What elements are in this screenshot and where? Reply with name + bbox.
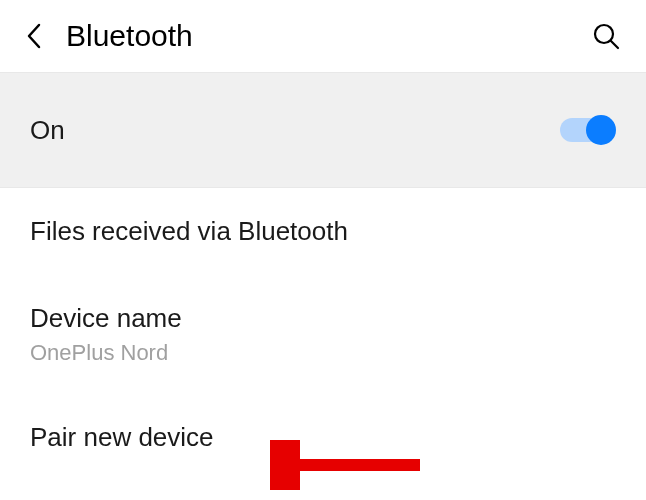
bluetooth-toggle[interactable] (560, 115, 616, 145)
page-title: Bluetooth (66, 19, 586, 53)
back-button[interactable] (14, 16, 54, 56)
pair-new-device-row[interactable]: Pair new device (0, 394, 646, 481)
search-button[interactable] (586, 16, 626, 56)
bluetooth-status-label: On (30, 115, 560, 146)
search-icon (592, 22, 620, 50)
device-name-value: OnePlus Nord (30, 340, 616, 366)
files-received-row[interactable]: Files received via Bluetooth (0, 188, 646, 275)
svg-line-1 (611, 41, 618, 48)
toggle-thumb (586, 115, 616, 145)
back-chevron-icon (26, 23, 42, 49)
header: Bluetooth (0, 0, 646, 72)
device-name-row[interactable]: Device name OnePlus Nord (0, 275, 646, 394)
files-received-label: Files received via Bluetooth (30, 216, 616, 247)
pair-new-device-label: Pair new device (30, 422, 616, 453)
device-name-label: Device name (30, 303, 616, 334)
bluetooth-toggle-row[interactable]: On (0, 72, 646, 188)
